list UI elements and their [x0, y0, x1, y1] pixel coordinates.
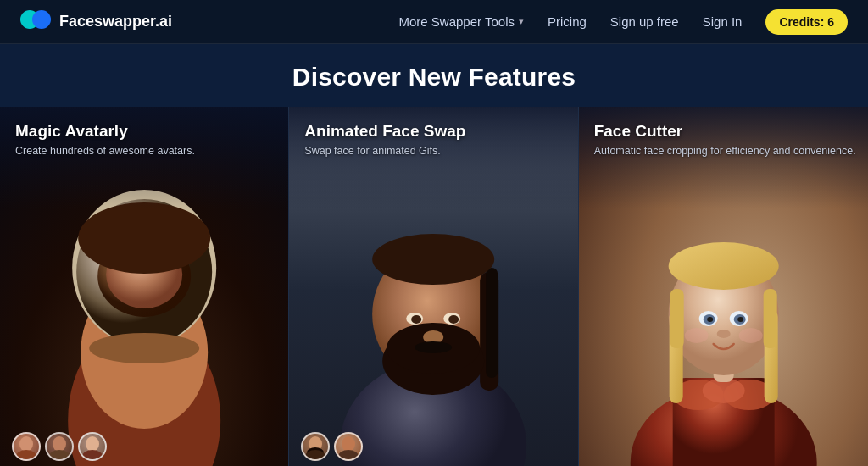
- svg-point-13: [86, 436, 99, 452]
- card-magic-avatarly[interactable]: Magic Avatarly Create hundreds of awesom…: [0, 107, 289, 466]
- avatar-3: [78, 432, 107, 461]
- logo-area[interactable]: Faceswapper.ai: [20, 7, 172, 37]
- svg-point-26: [448, 315, 459, 324]
- svg-rect-44: [670, 289, 683, 348]
- avatar-4: [301, 432, 330, 461]
- avatar-5: [334, 432, 363, 461]
- card1-desc: Create hundreds of awesome avatars.: [15, 145, 195, 157]
- hero-section: Discover New Features: [0, 44, 868, 107]
- card3-desc: Automatic face cropping for efficiency a…: [594, 145, 856, 157]
- logo-text: Faceswapper.ai: [59, 13, 172, 31]
- svg-point-20: [372, 234, 494, 285]
- avatar-1: [12, 432, 41, 461]
- svg-point-10: [16, 450, 36, 459]
- svg-point-50: [707, 317, 713, 322]
- card-animated-face-swap[interactable]: Animated Face Swap Swap face for animate…: [289, 107, 578, 466]
- hero-title: Discover New Features: [0, 63, 868, 92]
- svg-point-52: [716, 330, 730, 338]
- card3-title: Face Cutter: [594, 122, 856, 141]
- svg-point-8: [89, 333, 199, 363]
- logo-icon: [20, 7, 51, 37]
- svg-point-9: [19, 436, 33, 452]
- logo-blue-circle: [32, 10, 51, 29]
- svg-point-51: [737, 317, 743, 322]
- credits-button[interactable]: Credits: 6: [765, 9, 848, 35]
- avatar-2: [45, 432, 74, 461]
- card1-title: Magic Avatarly: [15, 122, 195, 141]
- svg-point-53: [684, 328, 708, 343]
- nav-pricing-link[interactable]: Pricing: [548, 14, 587, 29]
- card1-info: Magic Avatarly Create hundreds of awesom…: [15, 122, 195, 157]
- nav-signin-link[interactable]: Sign In: [703, 14, 743, 29]
- svg-rect-19: [486, 268, 498, 378]
- svg-rect-45: [763, 289, 776, 348]
- svg-point-25: [411, 315, 421, 324]
- card2-info: Animated Face Swap Swap face for animate…: [304, 122, 465, 157]
- svg-point-11: [53, 436, 66, 452]
- svg-point-28: [415, 341, 452, 353]
- card-face-cutter[interactable]: Face Cutter Automatic face cropping for …: [579, 107, 868, 466]
- card2-title: Animated Face Swap: [304, 122, 465, 141]
- nav-tools-link[interactable]: More Swapper Tools ▾: [399, 14, 524, 29]
- cards-section: Magic Avatarly Create hundreds of awesom…: [0, 107, 868, 466]
- nav-signup-link[interactable]: Sign up free: [610, 14, 679, 29]
- navbar: Faceswapper.ai More Swapper Tools ▾ Pric…: [0, 0, 868, 44]
- svg-point-41: [668, 242, 778, 290]
- card1-avatars: [12, 432, 107, 461]
- nav-links: More Swapper Tools ▾ Pricing Sign up fre…: [399, 9, 849, 35]
- svg-point-14: [82, 450, 103, 459]
- chevron-down-icon: ▾: [519, 16, 524, 27]
- svg-point-12: [49, 450, 70, 459]
- svg-point-33: [338, 450, 359, 459]
- svg-point-6: [78, 202, 210, 274]
- svg-point-32: [342, 436, 355, 452]
- card2-desc: Swap face for animated Gifs.: [304, 145, 465, 157]
- card3-info: Face Cutter Automatic face cropping for …: [594, 122, 856, 157]
- svg-point-54: [738, 328, 762, 343]
- card2-avatars: [301, 432, 363, 461]
